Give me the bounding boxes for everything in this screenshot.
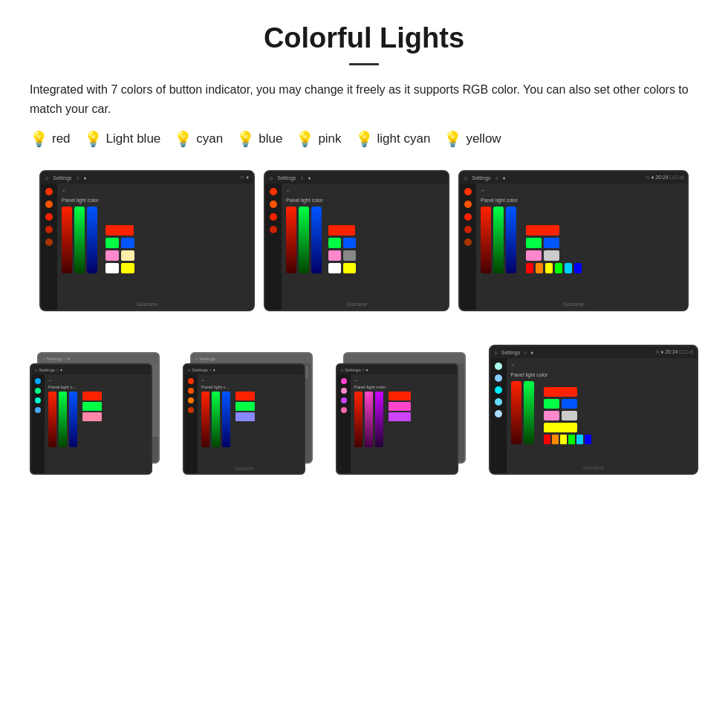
bulb-icon-pink: 💡 (296, 130, 314, 148)
color-label-red: red (52, 131, 71, 146)
watermark-3: Seicane (563, 301, 585, 308)
color-item-lightcyan: 💡 light cyan (355, 130, 431, 148)
bulb-icon-lightcyan: 💡 (355, 130, 374, 148)
screen-2: ⌂Settings○♦ ← Panel light color (264, 170, 449, 311)
screen-3: ⌂Settings○♦ ☆ ♦ 20:24 □ □ ◁ ← Panel ligh… (458, 170, 689, 311)
screens-bottom-row: ⌂ Settings ○ ♦ ← Panel light c... (30, 326, 698, 475)
color-list: 💡 red 💡 Light blue 💡 cyan 💡 blue 💡 pink … (30, 130, 698, 148)
watermark-2: Seicane (346, 301, 368, 308)
title-divider (349, 63, 379, 65)
screens-top-row: ⌂Settings○♦ ☆ ♦ ← Panel light color (30, 170, 698, 311)
description-text: Integrated with 7 colors of button indic… (30, 80, 698, 118)
bulb-icon-blue: 💡 (236, 130, 255, 148)
watermark-4: Seicane (235, 466, 253, 471)
watermark-1: Seicane (137, 301, 158, 308)
color-item-yellow: 💡 yellow (443, 130, 501, 148)
color-label-blue: blue (259, 131, 282, 146)
color-label-cyan: cyan (196, 131, 223, 146)
color-item-red: 💡 red (30, 130, 71, 148)
bulb-icon-yellow: 💡 (443, 130, 462, 148)
bulb-icon-red: 💡 (30, 130, 48, 148)
color-item-cyan: 💡 cyan (174, 130, 223, 148)
color-label-lightcyan: light cyan (377, 131, 431, 146)
bulb-icon-lightblue: 💡 (84, 130, 103, 148)
watermark-5: Seicane (582, 464, 604, 471)
bulb-icon-cyan: 💡 (174, 130, 192, 148)
page-title: Colorful Lights (30, 22, 698, 54)
color-label-yellow: yellow (466, 131, 501, 146)
color-item-pink: 💡 pink (296, 130, 341, 148)
page-container: Colorful Lights Integrated with 7 colors… (0, 0, 728, 504)
color-item-blue: 💡 blue (236, 130, 282, 148)
screen-bottom-4: ⌂Settings○♦ ☆ ♦ 20:24 □ □ ◁ ← Panel ligh… (489, 345, 698, 475)
color-item-lightblue: 💡 Light blue (84, 130, 161, 148)
title-section: Colorful Lights (30, 22, 698, 65)
color-label-pink: pink (318, 131, 341, 146)
screen-1: ⌂Settings○♦ ☆ ♦ ← Panel light color (39, 170, 255, 311)
color-label-lightblue: Light blue (106, 131, 161, 146)
